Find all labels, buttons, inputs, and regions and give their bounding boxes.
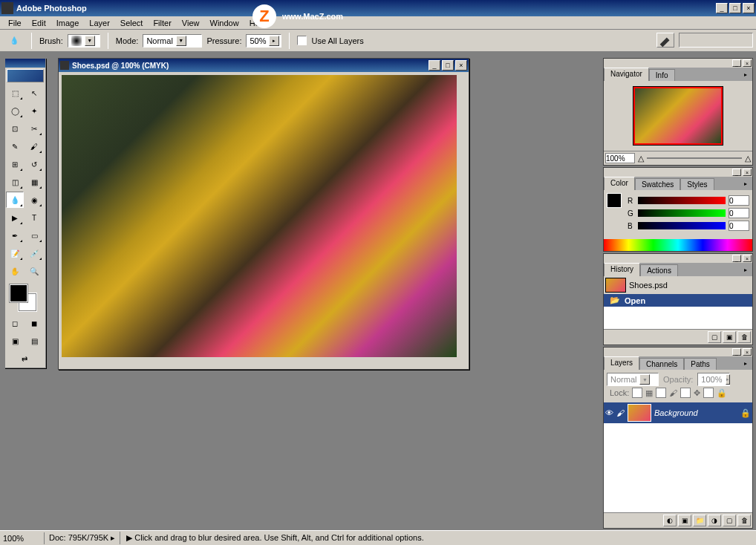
panel-close-icon[interactable]: ×: [743, 169, 752, 176]
eraser-tool[interactable]: ◫: [6, 174, 24, 190]
r-input[interactable]: [729, 195, 749, 206]
panel-menu-icon[interactable]: ▸: [740, 69, 751, 79]
menu-image[interactable]: Image: [51, 17, 85, 29]
menu-view[interactable]: View: [177, 17, 205, 29]
quickmask-off[interactable]: ◻: [6, 315, 24, 331]
move-tool[interactable]: ↖: [25, 85, 43, 101]
menu-window[interactable]: Window: [205, 17, 244, 29]
status-zoom[interactable]: 100%: [0, 532, 45, 544]
pen-tool[interactable]: ✒: [6, 227, 24, 244]
g-slider[interactable]: [638, 209, 726, 217]
tab-swatches[interactable]: Swatches: [635, 178, 680, 190]
opacity-field[interactable]: 100%▸: [697, 373, 730, 386]
crop-tool[interactable]: ⊡: [6, 120, 24, 137]
marquee-tool[interactable]: ⬚: [6, 85, 24, 101]
foreground-swatch[interactable]: [10, 284, 27, 302]
menu-select[interactable]: Select: [115, 17, 149, 29]
lasso-tool[interactable]: ◯: [6, 102, 24, 119]
zoom-in-icon[interactable]: △: [745, 154, 751, 163]
brush-tool[interactable]: 🖌: [25, 138, 43, 154]
panel-close-icon[interactable]: ×: [743, 348, 752, 356]
tab-styles[interactable]: Styles: [680, 178, 714, 190]
history-step-open[interactable]: 📂 Open: [604, 294, 752, 307]
zoom-tool[interactable]: 🔍: [25, 263, 43, 279]
lock-position[interactable]: [680, 388, 691, 398]
screen-mode-standard[interactable]: ▣: [6, 333, 24, 349]
type-tool[interactable]: T: [25, 209, 43, 226]
panel-close-icon[interactable]: ×: [743, 59, 752, 67]
palette-well[interactable]: [679, 33, 753, 48]
panel-menu-icon[interactable]: ▸: [740, 178, 751, 189]
layer-background[interactable]: 👁 🖌 Background 🔒: [604, 402, 752, 423]
lock-image[interactable]: [656, 388, 666, 398]
menu-filter[interactable]: Filter: [148, 17, 176, 29]
notes-tool[interactable]: 📝: [6, 245, 24, 261]
tab-layers[interactable]: Layers: [604, 356, 639, 370]
panel-close-icon[interactable]: ×: [743, 255, 752, 262]
tab-paths[interactable]: Paths: [684, 358, 717, 370]
tab-info[interactable]: Info: [649, 69, 675, 81]
doc-maximize-button[interactable]: □: [442, 60, 454, 71]
layer-style-icon[interactable]: ◐: [663, 515, 677, 526]
slice-tool[interactable]: ✂: [25, 120, 43, 137]
doc-minimize-button[interactable]: _: [428, 60, 440, 71]
panel-menu-icon[interactable]: ▸: [740, 358, 751, 368]
canvas[interactable]: [62, 75, 457, 357]
toolbox-header[interactable]: [5, 59, 45, 68]
jump-to-imageready[interactable]: ⇄: [6, 350, 43, 367]
delete-layer-icon[interactable]: 🗑: [737, 515, 751, 526]
close-button[interactable]: ×: [743, 3, 755, 13]
maximize-button[interactable]: □: [729, 3, 741, 13]
brush-dynamics-button[interactable]: [656, 33, 674, 48]
quickmask-on[interactable]: ◼: [25, 315, 43, 331]
wand-tool[interactable]: ✦: [25, 102, 43, 119]
status-doc[interactable]: Doc: 795K/795K ▸: [45, 532, 120, 544]
new-layer-icon[interactable]: ▢: [723, 515, 736, 526]
g-input[interactable]: [729, 208, 749, 218]
history-snapshot[interactable]: Shoes.psd: [604, 276, 752, 294]
pressure-field[interactable]: 50% ▸: [246, 34, 281, 48]
tab-history[interactable]: History: [604, 263, 640, 276]
airbrush-tool[interactable]: ✎: [6, 138, 24, 154]
eyedropper-tool[interactable]: 💉: [25, 245, 43, 261]
visibility-icon[interactable]: 👁: [605, 408, 613, 417]
mode-dropdown[interactable]: Normal ▼: [143, 34, 202, 48]
path-select-tool[interactable]: ▶: [6, 209, 24, 226]
tab-color[interactable]: Color: [604, 177, 635, 190]
trash-icon[interactable]: 🗑: [737, 331, 751, 343]
link-icon[interactable]: 🖌: [616, 408, 625, 417]
b-input[interactable]: [729, 221, 749, 231]
panel-header[interactable]: _×: [604, 59, 752, 68]
lock-all[interactable]: [703, 388, 714, 398]
stamp-tool[interactable]: ⊞: [6, 156, 24, 172]
menu-file[interactable]: File: [3, 17, 27, 29]
panel-minimize-icon[interactable]: _: [732, 255, 741, 262]
panel-minimize-icon[interactable]: _: [732, 59, 741, 67]
color-spectrum[interactable]: [604, 239, 752, 251]
new-set-icon[interactable]: 📁: [693, 515, 706, 526]
panel-minimize-icon[interactable]: _: [732, 169, 741, 176]
blend-mode-dropdown[interactable]: Normal▼: [607, 373, 659, 386]
zoom-input[interactable]: [605, 153, 635, 163]
panel-header[interactable]: _×: [604, 168, 752, 177]
doc-titlebar[interactable]: Shoes.psd @ 100% (CMYK) _ □ ×: [59, 59, 469, 72]
new-snapshot-icon[interactable]: ▣: [723, 331, 736, 343]
screen-mode-full-menu[interactable]: ▤: [25, 333, 43, 349]
use-all-layers-checkbox[interactable]: [297, 36, 307, 45]
layer-mask-icon[interactable]: ▣: [678, 515, 691, 526]
menu-layer[interactable]: Layer: [84, 17, 115, 29]
b-slider[interactable]: [638, 222, 726, 229]
panel-minimize-icon[interactable]: _: [732, 348, 741, 356]
hand-tool[interactable]: ✋: [6, 263, 24, 279]
new-doc-icon[interactable]: ▢: [708, 331, 721, 343]
color-fg-swatch[interactable]: [607, 193, 622, 208]
tab-navigator[interactable]: Navigator: [604, 68, 649, 81]
doc-close-button[interactable]: ×: [455, 60, 467, 71]
dodge-tool[interactable]: ◉: [25, 192, 43, 208]
panel-header[interactable]: _×: [604, 254, 752, 263]
blur-tool[interactable]: 💧: [6, 192, 24, 208]
adjustment-layer-icon[interactable]: ◑: [708, 515, 721, 526]
zoom-out-icon[interactable]: △: [638, 154, 644, 163]
navigator-thumbnail[interactable]: [633, 87, 723, 145]
gradient-tool[interactable]: ▦: [25, 174, 43, 190]
